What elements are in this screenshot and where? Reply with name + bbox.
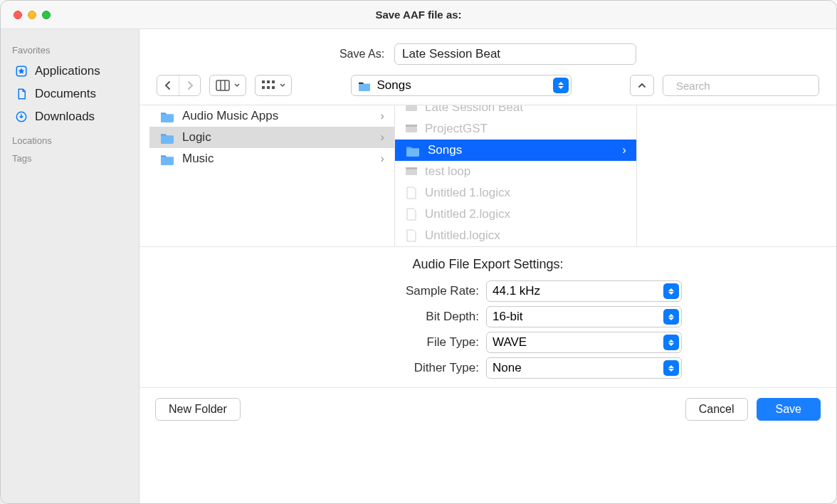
location-popup[interactable]: Songs — [351, 75, 572, 96]
list-item[interactable]: Songs› — [395, 140, 636, 161]
export-setting-select[interactable]: WAVE — [486, 332, 682, 353]
select-arrows-icon — [663, 283, 679, 299]
sidebar-item-downloads[interactable]: Downloads — [8, 105, 132, 128]
chevron-right-icon — [186, 80, 194, 90]
window-controls — [14, 11, 51, 19]
columns-view-icon — [216, 80, 230, 91]
export-setting-row: Dither Type:None — [140, 357, 836, 379]
project-icon — [405, 164, 418, 179]
svg-rect-8 — [262, 86, 265, 89]
save-as-row: Save As: — [140, 29, 836, 72]
chevron-left-icon — [164, 80, 172, 90]
main-panel: Save As: — [140, 29, 836, 503]
list-item[interactable]: Logic› — [149, 127, 394, 148]
sidebar-item-label: Documents — [35, 87, 96, 101]
svg-rect-15 — [406, 127, 417, 132]
list-item-label: Music — [182, 152, 214, 166]
sidebar-section-locations: Locations — [12, 135, 127, 146]
cancel-button[interactable]: Cancel — [685, 398, 748, 421]
export-setting-label: Dither Type: — [294, 361, 479, 375]
export-setting-label: File Type: — [294, 335, 479, 350]
column-1[interactable]: Audio Music Apps›Logic›Music› — [149, 105, 395, 246]
sidebar-section-favorites: Favorites — [12, 45, 127, 56]
list-item-label: Songs — [428, 143, 462, 157]
nav-back-button[interactable] — [157, 75, 179, 95]
browser-toolbar: Songs — [140, 72, 836, 105]
list-item[interactable]: Untitled 2.logicx — [395, 204, 636, 225]
folder-icon — [159, 152, 175, 165]
export-setting-select[interactable]: None — [486, 357, 682, 379]
svg-rect-17 — [406, 169, 417, 175]
titlebar: Save AAF file as: — [1, 1, 836, 29]
nav-forward-button[interactable] — [179, 75, 200, 95]
save-as-label: Save As: — [339, 48, 384, 61]
applications-icon — [15, 65, 28, 78]
list-item-label: Late Session Beat — [425, 105, 523, 115]
export-setting-label: Sample Rate: — [294, 284, 479, 298]
list-item-label: Audio Music Apps — [182, 109, 278, 123]
search-input[interactable] — [676, 80, 811, 92]
group-by-button[interactable] — [255, 75, 292, 96]
export-setting-row: Sample Rate:44.1 kHz — [140, 280, 836, 302]
svg-rect-5 — [262, 80, 265, 83]
project-icon — [405, 105, 418, 115]
list-item[interactable]: Untitled.logicx — [395, 225, 636, 246]
window-title: Save AAF file as: — [375, 9, 461, 21]
column-browser: Audio Music Apps›Logic›Music› Late Sessi… — [140, 105, 836, 247]
zoom-window-button[interactable] — [42, 11, 51, 19]
list-item-label: ProjectGST — [425, 122, 488, 136]
save-button[interactable]: Save — [757, 398, 821, 421]
minimize-window-button[interactable] — [28, 11, 36, 19]
chevron-right-icon: › — [380, 130, 384, 145]
logic-file-icon — [405, 186, 418, 200]
svg-rect-9 — [267, 86, 270, 89]
folder-icon — [159, 110, 175, 122]
folder-icon — [159, 131, 175, 144]
list-item[interactable]: ProjectGST — [395, 118, 636, 140]
list-item-label: Untitled 2.logicx — [425, 207, 510, 221]
list-item-label: Logic — [182, 130, 211, 145]
chevron-down-icon — [280, 83, 285, 88]
export-settings-title: Audio File Export Settings: — [140, 257, 836, 272]
svg-rect-2 — [216, 80, 229, 90]
save-as-input[interactable] — [394, 43, 636, 65]
export-settings-panel: Audio File Export Settings: Sample Rate:… — [140, 247, 836, 387]
collapse-browser-button[interactable] — [630, 75, 654, 96]
list-item[interactable]: Untitled 1.logicx — [395, 182, 636, 204]
export-setting-value: 16-bit — [493, 310, 523, 324]
chevron-right-icon: › — [380, 109, 384, 123]
sidebar-item-label: Applications — [35, 64, 100, 78]
chevron-right-icon: › — [622, 143, 626, 157]
column-2[interactable]: Late Session BeatProjectGSTSongs›test lo… — [395, 105, 637, 246]
documents-icon — [15, 88, 28, 100]
sidebar-item-applications[interactable]: Applications — [8, 60, 132, 83]
logic-file-icon — [405, 207, 418, 221]
nav-back-forward — [157, 75, 201, 96]
select-arrows-icon — [663, 309, 679, 325]
svg-rect-18 — [406, 167, 417, 169]
sidebar-section-tags: Tags — [12, 153, 127, 164]
sidebar-item-documents[interactable]: Documents — [8, 83, 132, 105]
export-setting-value: 44.1 kHz — [493, 284, 540, 298]
export-setting-select[interactable]: 44.1 kHz — [486, 280, 682, 302]
svg-rect-13 — [406, 105, 417, 111]
view-columns-button[interactable] — [209, 75, 246, 96]
export-setting-value: None — [493, 361, 522, 375]
list-item[interactable]: Music› — [149, 148, 394, 169]
new-folder-button[interactable]: New Folder — [155, 398, 241, 421]
search-field[interactable] — [663, 75, 819, 96]
list-item-label: test loop — [425, 164, 470, 179]
folder-icon — [357, 80, 372, 91]
list-item[interactable]: test loop — [395, 161, 636, 182]
close-window-button[interactable] — [14, 11, 22, 19]
grid-icon — [261, 80, 275, 91]
column-3[interactable] — [637, 105, 836, 246]
downloads-icon — [15, 110, 28, 123]
list-item[interactable]: Audio Music Apps› — [149, 105, 394, 127]
list-item[interactable]: Late Session Beat — [395, 105, 636, 118]
export-setting-select[interactable]: 16-bit — [486, 306, 682, 327]
chevron-right-icon: › — [380, 152, 384, 166]
project-icon — [405, 122, 418, 136]
select-arrows-icon — [663, 335, 679, 350]
chevron-up-icon — [638, 82, 646, 89]
